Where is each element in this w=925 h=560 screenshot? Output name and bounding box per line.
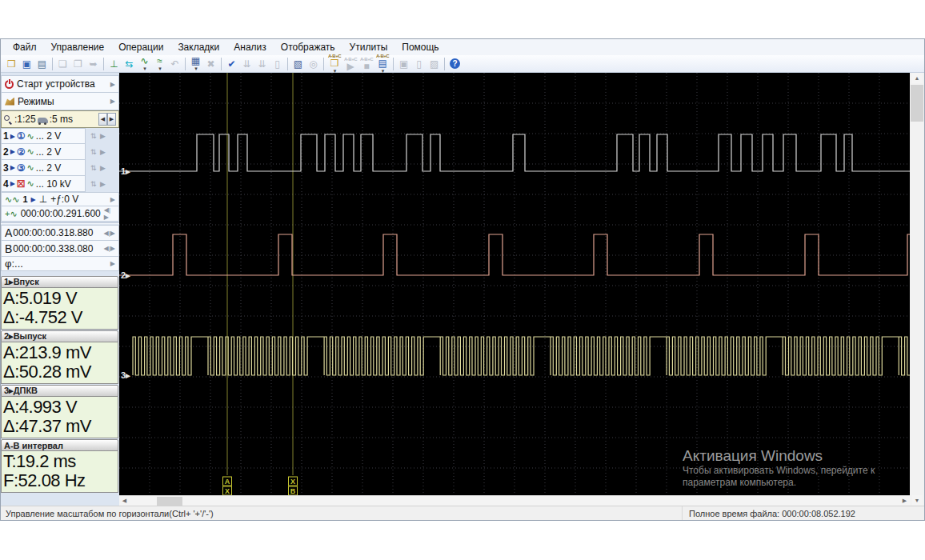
car-icon [38,118,48,123]
stretch-signal-button[interactable]: ≈▾ [152,56,167,72]
smooth-signal-button[interactable]: ∿▾ [137,56,152,72]
sweep-prev-button[interactable]: ◀ [98,113,107,126]
measure-panel-header: А-В интервал [1,439,118,451]
toolbar-separator [444,58,445,70]
scroll-right-button[interactable]: ▶ [899,496,910,506]
phase-label: φ:... [5,258,23,270]
channel-2-settings-button[interactable]: 2▶②∿... 2 V [1,144,86,160]
waveform-channel-3 [133,337,910,375]
menu-item-4[interactable]: Анализ [226,40,274,54]
menu-item-1[interactable]: Управление [44,40,112,54]
sweep-next-button[interactable]: ▶ [107,113,116,126]
step-buttons-icon[interactable]: ◀|▶ [104,245,115,252]
measure-value: Δ:50.28 mV [3,362,116,382]
chart-cursor-icon: ▦ [191,56,200,66]
measure-panel-3: А-В интервалT:19.2 msF:52.08 Hz [1,439,118,493]
fit-horizontal-button[interactable]: ⇆ [122,56,137,72]
menu-item-0[interactable]: Файл [6,40,44,54]
report-icon: ▯ [274,59,280,69]
vertical-scrollbar[interactable]: ▲ ▼ [910,73,924,506]
scope-plot-area[interactable]: AXXB1▸2▸3▸ Активация Windows Чтобы актив… [119,73,910,506]
marker-a-label: A [5,226,12,239]
menu-item-2[interactable]: Операции [111,40,170,54]
scope-canvas[interactable]: AXXB1▸2▸3▸ [119,73,910,495]
horizontal-scrollbar[interactable]: ◀ ▶ [119,495,910,506]
horizontal-scroll-thumb[interactable] [157,497,182,506]
channel-1-settings-button[interactable]: 1▶①∿... 2 V [1,128,86,144]
copy-screen-next-button: ❐ [70,56,86,72]
step-buttons-icon[interactable]: ◀|▶ [104,206,115,221]
channel-number: 2 [3,146,9,158]
channel-4-adjust-buttons[interactable]: ⇅ ▶ [90,180,106,188]
triangle-icon: ▶ [10,164,15,171]
trigger-row[interactable]: ∿∿ 1▶ ⊥ +ƒ:0 V ▶ [1,192,119,206]
marker-a-row[interactable]: A000:00:00.318.880 ◀|▶ [1,225,119,241]
measure-panel-header: 3▸ДПКВ [1,385,118,397]
load-next-icon: ⇊ [258,59,266,69]
dropdown-arrow-icon[interactable]: ▾ [158,66,162,72]
channel-marker-3[interactable]: 3▸ [121,370,130,380]
channel-range-label: ... 10 kV [36,178,71,190]
start-device-button[interactable]: Старт устройства ▶ [1,75,119,93]
measure-panel-header: 2▸Выпуск [1,330,118,342]
chart-cursor-button[interactable]: ▦▾ [188,56,203,72]
menu-item-6[interactable]: Утилиты [342,40,395,54]
channel-row-1: 1▶①∿... 2 V⇅ ▶ [1,128,119,144]
channel-row-3: 3▶③∿... 2 V⇅ ▶ [1,160,119,176]
open-file-button[interactable]: ❒ [4,56,19,72]
channel-marker-1[interactable]: 1▸ [121,166,130,176]
toolbar-separator [287,58,288,70]
script-panel-button[interactable]: A·B+C▤▾ [374,56,390,72]
copy-screen-prev-icon: ❏ [58,59,67,69]
dropdown-arrow-icon[interactable]: ▾ [143,66,146,72]
probe-wave-icon: ∿ [27,162,34,173]
channel-3-settings-button[interactable]: 3▶③∿... 2 V [1,160,86,176]
zoom-sweep-row[interactable]: :1:25 :5 ms ◀ ▶ [1,110,119,128]
script-open-button[interactable]: A·B+C❒▾ [326,56,342,72]
position-wave-icon: +∿ [5,209,18,219]
dropdown-arrow-icon[interactable]: ▾ [194,66,198,72]
position-time-row[interactable]: +∿ 000:00:00.291.600 ◀|▶ [1,206,119,222]
status-bar: Управление масштабом по горизонтали(Ctrl… [1,506,924,520]
save-file-button[interactable]: ▣ [19,56,34,72]
measure-panel-values: A:5.019 VΔ:-4.752 V [1,288,118,330]
image-close-button: ▨ [426,56,442,72]
chevron-right-icon: ▶ [110,98,115,105]
marker-a-value: 000:00:00.318.880 [13,227,93,238]
scroll-down-button[interactable]: ▼ [912,495,923,506]
menu-item-7[interactable]: Помощь [394,40,446,54]
channel-3-adjust-buttons[interactable]: ⇅ ▶ [90,164,106,172]
scroll-left-button[interactable]: ◀ [119,496,130,506]
measure-value: A:213.9 mV [3,343,116,362]
modes-button[interactable]: Режимы ▶ [1,93,119,110]
measure-value: Δ:-4.752 V [3,308,116,327]
menu-item-5[interactable]: Отображать [274,40,342,54]
select-region-button[interactable]: ▧ [290,56,306,72]
menu-item-3[interactable]: Закладки [170,40,226,54]
marker-b-value: 000:00:00.338.080 [13,243,93,254]
script-stop-icon: ■ [363,62,369,71]
channel-badge-icon: ☒ [17,178,26,190]
channel-marker-2[interactable]: 2▸ [121,270,130,280]
measure-panel-values: T:19.2 msF:52.08 Hz [1,451,118,493]
print-button[interactable]: ▤ [34,56,50,72]
channel-1-adjust-buttons[interactable]: ⇅ ▶ [90,132,106,140]
marker-b-row[interactable]: B000:00:00.338.080 ◀|▶ [1,241,119,257]
phase-row[interactable]: φ:... ▶ [1,257,119,271]
apply-check-button[interactable]: ✔ [224,56,239,72]
export-screen-icon: ➥ [89,59,97,69]
channel-4-settings-button[interactable]: 4▶☒∿... 10 kV [1,176,86,192]
channel-2-adjust-buttons[interactable]: ⇅ ▶ [90,148,106,156]
cursor-label-text: X [290,478,295,486]
channel-row-4: 4▶☒∿... 10 kV⇅ ▶ [1,176,119,192]
scroll-up-button[interactable]: ▲ [912,73,923,83]
single-pulse-button[interactable]: ⊥ [106,56,122,72]
triangle-icon: ▶ [10,148,15,155]
trigger-level-value: +ƒ:0 V [50,194,78,205]
script-open-icon: ❒ [330,58,339,68]
step-buttons-icon[interactable]: ◀|▶ [104,230,115,237]
vertical-scroll-thumb[interactable] [911,85,923,122]
toolbar-separator [323,58,324,70]
select-region-icon: ▧ [294,59,302,69]
help-button[interactable]: ? [447,56,462,72]
